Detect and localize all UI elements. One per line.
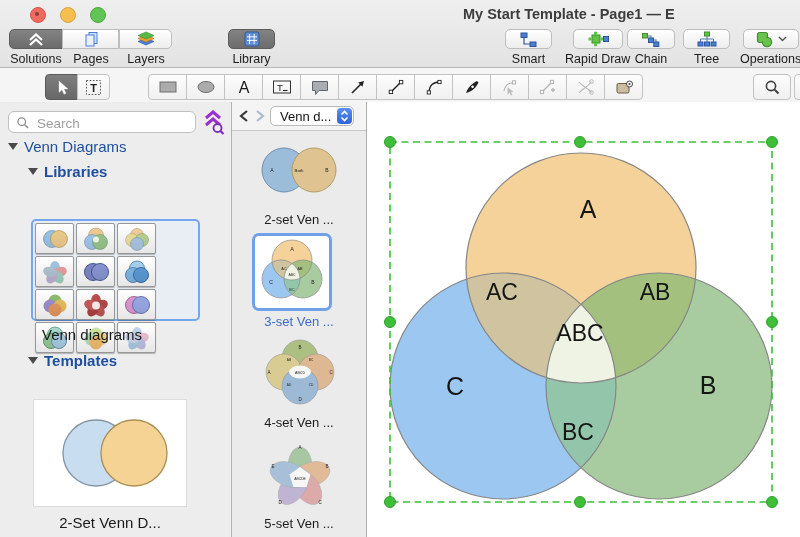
fullscreen-button[interactable] [90, 7, 106, 23]
library-thumbnail-grid[interactable] [31, 219, 200, 321]
svg-text:BC: BC [289, 288, 295, 292]
svg-text:A: A [290, 246, 294, 252]
library-item-4set[interactable]: B A C D AB BC AD CD ABCD [256, 338, 344, 410]
toolbar-button-operations[interactable]: Operations [740, 29, 800, 66]
selection-handle-sw[interactable] [385, 497, 396, 508]
library-thumbnail[interactable] [35, 289, 74, 320]
svg-text:A: A [238, 79, 249, 96]
selection-handle-ne[interactable] [767, 137, 778, 148]
sidebar-section-templates[interactable]: Templates [28, 352, 117, 369]
venn-label-b: B [700, 371, 717, 399]
disclosure-triangle-icon[interactable] [28, 357, 38, 364]
library-item-3set-image: A AC AB ABC C B BC [255, 236, 329, 308]
split-tool[interactable] [566, 74, 605, 100]
svg-text:AD: AD [287, 383, 292, 387]
curve-tool[interactable] [414, 74, 453, 100]
toolbar-button-chain[interactable]: Chain [627, 29, 675, 66]
library-item-caption[interactable]: 2-set Ven ... [232, 212, 366, 227]
library-thumbnail[interactable] [117, 223, 156, 254]
search-box [8, 111, 196, 133]
svg-text:C: C [269, 279, 273, 285]
svg-text:A: A [298, 445, 301, 450]
app-window: My Start Template - Page1 — E Solutions … [0, 0, 800, 537]
toolbar-button-library[interactable]: Library [228, 29, 275, 66]
ellipse-tool[interactable] [186, 74, 225, 100]
library-item-caption[interactable]: 3-set Ven ... [232, 314, 366, 329]
library-item-3set-selected[interactable]: A AC AB ABC C B BC [252, 233, 332, 311]
library-thumbnail[interactable] [76, 256, 115, 287]
svg-text:ABCDE: ABCDE [294, 477, 306, 481]
line-tool[interactable] [376, 74, 415, 100]
library-thumbnail[interactable] [117, 289, 156, 320]
text-tool[interactable]: A [224, 74, 263, 100]
toolbar-button-pages[interactable]: Pages [63, 29, 119, 66]
svg-text:T: T [277, 82, 283, 93]
venn-diagram-object[interactable]: A AC AB ABC C B BC [367, 102, 800, 537]
back-button[interactable] [238, 109, 250, 123]
solutions-search-icon[interactable] [202, 110, 226, 136]
library-thumbnail[interactable] [117, 256, 156, 287]
svg-text:CD: CD [309, 383, 314, 387]
smart-connector-icon [505, 29, 552, 49]
window-chrome: My Start Template - Page1 — E Solutions … [0, 0, 800, 68]
pen-tool[interactable] [452, 74, 491, 100]
text-select-tool[interactable]: T [77, 74, 110, 100]
chevron-down-icon [778, 36, 787, 42]
rectangle-tool[interactable] [148, 74, 187, 100]
sidebar-section-libraries[interactable]: Libraries [28, 163, 107, 180]
select-tool[interactable] [45, 74, 78, 100]
library-thumbnail[interactable] [76, 289, 115, 320]
reshape-tool[interactable] [490, 74, 529, 100]
add-point-tool[interactable] [528, 74, 567, 100]
drawing-canvas[interactable]: A AC AB ABC C B BC [367, 102, 800, 537]
selection-handle-n[interactable] [575, 137, 586, 148]
selection-handle-se[interactable] [767, 497, 778, 508]
forward-button[interactable] [254, 109, 266, 123]
reshape-icon [500, 78, 519, 96]
toolbar-button-layers[interactable]: Layers [120, 29, 172, 66]
venn-label-ac: AC [486, 279, 518, 305]
library-item-caption[interactable]: 5-set Ven ... [232, 516, 366, 531]
toolbar-button-solutions[interactable]: Solutions [9, 29, 63, 66]
text-box-icon: T [272, 79, 292, 95]
edited-dot-icon [35, 12, 39, 16]
zoom-search-tool[interactable] [753, 74, 791, 100]
cursor-icon [54, 79, 70, 96]
solutions-sidebar: Venn Diagrams Libraries Venn diagrams [0, 102, 232, 537]
library-thumbnail[interactable] [76, 223, 115, 254]
search-input[interactable] [35, 113, 189, 133]
library-thumbnail[interactable] [35, 256, 74, 287]
curve-icon [425, 78, 443, 96]
arrow-tool[interactable] [338, 74, 377, 100]
library-item-2set[interactable]: A Both B [250, 140, 350, 202]
selection-handle-nw[interactable] [385, 137, 396, 148]
disclosure-triangle-icon[interactable] [8, 143, 18, 150]
line-icon [387, 78, 405, 96]
shape-data-icon [614, 79, 634, 96]
selection-handle-s[interactable] [575, 497, 586, 508]
svg-text:C: C [318, 500, 322, 505]
disclosure-triangle-icon[interactable] [28, 168, 38, 175]
library-item-5set[interactable]: A B C D E ABCDE [256, 438, 344, 514]
text-box-tool[interactable]: T [262, 74, 301, 100]
close-button[interactable] [30, 7, 46, 23]
callout-tool[interactable] [300, 74, 339, 100]
minimize-button[interactable] [60, 7, 76, 23]
template-preview[interactable] [33, 399, 187, 507]
venn-label-abc: ABC [556, 320, 603, 346]
template-caption: 2-Set Venn D... [33, 514, 187, 531]
library-item-caption[interactable]: 4-set Ven ... [232, 415, 366, 430]
toolbar-button-smart[interactable]: Smart [505, 29, 552, 66]
library-dropdown[interactable]: Venn d... [270, 106, 354, 126]
selection-handle-e[interactable] [767, 317, 778, 328]
cropped-tool-button[interactable] [794, 74, 800, 100]
library-panel-header: Venn d... [232, 102, 366, 131]
tree-icon [683, 29, 730, 49]
shape-data-tool[interactable] [604, 74, 643, 100]
toolbar-button-rapid-draw[interactable]: Rapid Draw [565, 29, 630, 66]
sidebar-item-venn-diagrams[interactable]: Venn Diagrams [8, 138, 127, 155]
library-thumbnail[interactable] [35, 223, 74, 254]
dropdown-stepper-icon [337, 108, 352, 124]
toolbar-button-tree[interactable]: Tree [683, 29, 730, 66]
selection-handle-w[interactable] [385, 317, 396, 328]
